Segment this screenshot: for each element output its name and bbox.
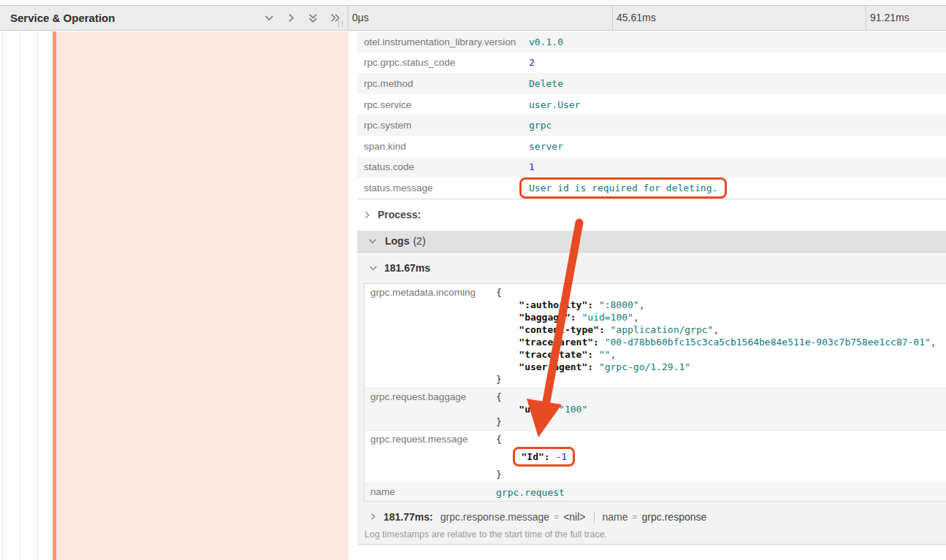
indent-guide bbox=[37, 31, 38, 560]
tag-value: 2 bbox=[529, 57, 535, 68]
tag-row: rpc.grpc.status_code2 bbox=[357, 53, 946, 74]
tag-key: rpc.service bbox=[357, 99, 529, 110]
log-field-row: namegrpc.request bbox=[365, 483, 946, 501]
log-field-value: grpc.request bbox=[496, 486, 565, 499]
tag-row: rpc.systemgrpc bbox=[357, 115, 946, 136]
log-field-key: grpc.request.baggage bbox=[365, 391, 496, 402]
tag-key: rpc.grpc.status_code bbox=[357, 57, 529, 68]
logs-accordion[interactable]: Logs (2) bbox=[357, 231, 946, 253]
selected-span-row-highlight[interactable] bbox=[56, 31, 348, 560]
tag-key: status.message bbox=[357, 183, 529, 193]
collapsed-log-fields: grpc.response.message=<nil>name=grpc.res… bbox=[440, 511, 707, 523]
log-field-key: grpc.request.message bbox=[365, 433, 496, 445]
ruler-tick: 45.61ms bbox=[612, 6, 656, 30]
top-strip bbox=[0, 0, 946, 5]
tag-key: rpc.method bbox=[357, 78, 529, 89]
tag-row: status.code1 bbox=[357, 157, 946, 178]
log-fields-table: grpc.metadata.incoming{ ":authority": ":… bbox=[364, 283, 946, 502]
timeline-header: Service & Operation 0μs 45.61ms 91. bbox=[0, 5, 946, 31]
log-field-key: grpc.metadata.incoming bbox=[365, 286, 496, 298]
process-label: Process: bbox=[378, 209, 421, 220]
tag-key: span.kind bbox=[357, 141, 529, 152]
tag-value: server bbox=[529, 141, 563, 152]
service-operation-title: Service & Operation bbox=[10, 12, 115, 24]
indent-guide bbox=[2, 31, 3, 560]
logs-section: 181.67ms grpc.metadata.incoming{ ":autho… bbox=[357, 253, 946, 545]
log-field-value: grpc.response bbox=[642, 511, 707, 523]
timeline-ruler: 0μs 45.61ms 91.21ms bbox=[348, 6, 946, 30]
tag-value: v0.1.0 bbox=[529, 37, 563, 47]
equals-sign: = bbox=[633, 512, 638, 522]
log-field-value: { "Id": -1 } bbox=[496, 433, 575, 480]
tag-row: span.kindserver bbox=[357, 136, 946, 157]
log-field-row: grpc.request.message{ "Id": -1 } bbox=[365, 430, 946, 483]
log-field-value: { ":authority": ":8000", "baggage": "uid… bbox=[496, 286, 937, 386]
log-field-row: grpc.request.baggage{ "uid": "100" } bbox=[365, 388, 946, 430]
chevron-right-icon bbox=[363, 211, 371, 219]
chevron-down-icon bbox=[368, 237, 377, 245]
tag-value: Delete bbox=[529, 78, 563, 89]
tag-row: otel.instrumentation_library.versionv0.1… bbox=[357, 31, 946, 53]
process-accordion[interactable]: Process: bbox=[348, 199, 946, 231]
log-timestamp: 181.77ms: bbox=[384, 511, 433, 523]
logs-count: (2) bbox=[413, 235, 425, 247]
tag-value: 1 bbox=[529, 161, 535, 172]
tag-row: rpc.methodDelete bbox=[357, 73, 946, 94]
log-entry-accordion[interactable]: 181.67ms bbox=[357, 253, 946, 283]
tag-value: User id is required for deleting. bbox=[529, 177, 727, 199]
annotation-box: User id is required for deleting. bbox=[519, 177, 727, 199]
chevron-down-icon bbox=[369, 264, 378, 272]
tags-table: otel.instrumentation_library.versionv0.1… bbox=[357, 31, 946, 199]
log-field-key: grpc.response.message bbox=[440, 511, 549, 523]
tag-key: rpc.system bbox=[357, 120, 529, 131]
ruler-tick: 0μs bbox=[348, 6, 369, 30]
collapsed-log-entry[interactable]: 181.77ms: grpc.response.message=<nil>nam… bbox=[357, 511, 946, 523]
logs-title: Logs bbox=[385, 235, 409, 247]
tag-key: otel.instrumentation_library.version bbox=[357, 37, 529, 47]
log-field-value: <nil> bbox=[563, 511, 585, 523]
log-field-key: name bbox=[365, 486, 496, 497]
tag-value: grpc bbox=[529, 120, 552, 131]
tag-key: status.code bbox=[357, 161, 529, 172]
chevron-right-icon[interactable] bbox=[286, 12, 297, 23]
log-field-key: name bbox=[603, 511, 628, 523]
service-operation-header: Service & Operation bbox=[0, 6, 348, 30]
chevron-right-icon bbox=[369, 513, 377, 521]
span-detail-panel: otel.instrumentation_library.versionv0.1… bbox=[348, 31, 946, 560]
logs-footer-note: Log timestamps are relative to the start… bbox=[357, 529, 946, 540]
ruler-tick: 91.21ms bbox=[866, 6, 909, 30]
trace-timeline-view: Service & Operation 0μs 45.61ms 91. bbox=[0, 0, 946, 560]
indent-guide bbox=[20, 31, 20, 560]
span-tree-panel bbox=[0, 31, 348, 560]
annotation-box: "Id": -1 bbox=[513, 447, 575, 467]
log-timestamp: 181.67ms bbox=[384, 262, 430, 274]
tag-row: status.messageUser id is required for de… bbox=[357, 177, 946, 199]
collapse-controls bbox=[264, 12, 340, 23]
tag-value: user.User bbox=[529, 99, 580, 110]
double-chevron-down-icon[interactable] bbox=[308, 12, 318, 23]
chevron-down-icon[interactable] bbox=[264, 12, 275, 23]
log-field-value: { "uid": "100" } bbox=[496, 391, 587, 428]
field-separator bbox=[594, 511, 595, 523]
tag-row: rpc.serviceuser.User bbox=[357, 94, 946, 115]
equals-sign: = bbox=[554, 512, 559, 522]
log-field-row: grpc.metadata.incoming{ ":authority": ":… bbox=[365, 284, 946, 388]
column-resizer-grip[interactable] bbox=[338, 20, 343, 27]
